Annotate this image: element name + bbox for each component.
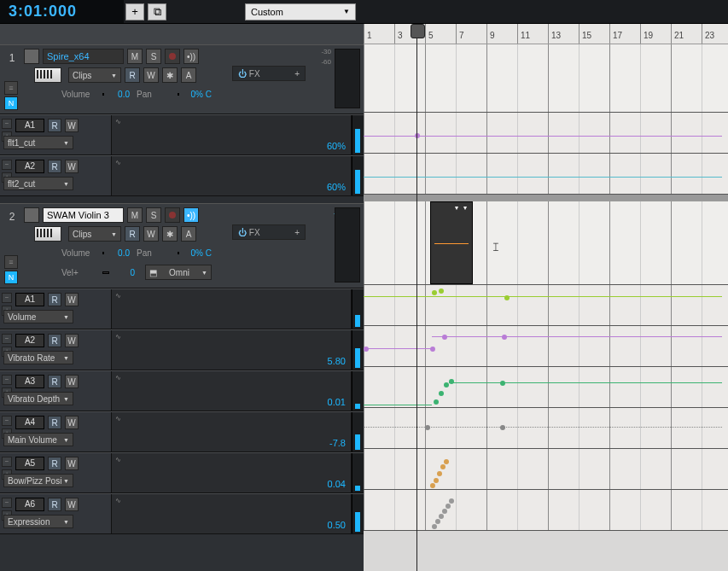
playhead[interactable] (416, 24, 417, 571)
clips-dropdown[interactable]: Clips▼ (68, 226, 121, 242)
read-button[interactable]: R (48, 119, 61, 132)
automation-lane-a6[interactable]: −+A6RWExpression▼∿0.50 (0, 493, 364, 534)
ruler-tick[interactable]: 23 (702, 24, 728, 44)
track-name-input[interactable]: SWAM Violin 3 (43, 207, 124, 223)
param-select[interactable]: flt1_cut▼ (3, 136, 73, 149)
param-select[interactable]: Volume▼ (3, 310, 73, 323)
write-button[interactable]: W (65, 416, 79, 429)
clip-row-track2[interactable]: 12096 7248 ▾ ▾ 𝙸 (364, 201, 728, 285)
time-display[interactable]: 3:01:000 (0, 0, 124, 23)
ruler-tick[interactable]: 21 (671, 24, 702, 44)
param-select[interactable]: Vibrato Rate▼ (3, 351, 73, 364)
write-button[interactable]: W (143, 226, 159, 242)
envelope-row-vibrato-rate[interactable] (364, 326, 728, 367)
automation-toggle[interactable]: N (4, 96, 18, 110)
duplicate-button[interactable]: ⧉ (148, 3, 166, 20)
envelope-row[interactable] (364, 154, 728, 195)
envelope-row-expression[interactable] (364, 490, 728, 531)
automation-lane-a5[interactable]: −+A5RWBow/Pizz Posi▼∿0.04 (0, 452, 364, 493)
ruler-tick[interactable]: 9 (486, 24, 517, 44)
add-button[interactable]: + (125, 3, 144, 20)
ruler-tick[interactable]: 1 (364, 24, 394, 44)
param-select[interactable]: Main Volume▼ (3, 433, 73, 446)
read-button[interactable]: R (48, 416, 61, 429)
read-button[interactable]: R (48, 375, 61, 388)
lane-id[interactable]: A1 (15, 119, 44, 132)
track-1[interactable]: 1 Spire_x64 M S •)) Clips▼ R W (0, 44, 364, 114)
ruler-tick[interactable]: 11 (517, 24, 548, 44)
ruler-tick[interactable]: 17 (609, 24, 640, 44)
mute-button[interactable]: M (127, 207, 143, 223)
lane-id[interactable]: A5 (15, 457, 44, 470)
volume-slider[interactable] (102, 93, 104, 96)
track-2[interactable]: 2 SWAM Violin 3 M S •)) Clips▼ R W (0, 203, 364, 288)
timeline-area[interactable]: 1357911131517192123 9672 12096 7248 ▾ ▾ (364, 24, 728, 571)
param-select[interactable]: flt2_cut▼ (3, 177, 73, 190)
clips-dropdown[interactable]: Clips▼ (68, 67, 121, 83)
automation-lane-a3[interactable]: −+A3RWVibrato Depth▼∿0.01 (0, 370, 364, 411)
mute-button[interactable]: M (127, 49, 143, 64)
envelope-row-bow-pizz[interactable] (364, 449, 728, 490)
write-button[interactable]: W (65, 119, 79, 132)
record-arm-button[interactable] (165, 49, 180, 64)
lane-id[interactable]: A3 (15, 375, 44, 388)
ruler-tick[interactable]: 7 (456, 24, 486, 44)
archive-button[interactable]: A (181, 226, 196, 242)
archive-button[interactable]: A (181, 67, 196, 83)
midi-clip[interactable]: ▾ ▾ (430, 201, 473, 284)
piano-icon[interactable] (34, 226, 61, 242)
ruler-tick[interactable]: 13 (548, 24, 579, 44)
envelope-row-volume[interactable]: +6-6 -18-72 (364, 285, 728, 326)
param-select[interactable]: Bow/Pizz Posi▼ (3, 474, 73, 487)
read-button[interactable]: R (48, 293, 61, 306)
pan-slider[interactable] (178, 93, 179, 96)
read-button[interactable]: R (48, 498, 61, 511)
velocity-slider[interactable] (102, 271, 109, 274)
display-mode-select[interactable]: Custom▼ (245, 3, 356, 20)
fx-slot[interactable]: FX+ (232, 66, 306, 81)
automation-lane-a2[interactable]: −+ A2 R W flt2_cut▼ ∿60% (0, 155, 364, 196)
read-button[interactable]: R (125, 67, 140, 83)
instrument-icon[interactable] (24, 49, 39, 64)
automation-toggle[interactable]: N (4, 271, 18, 284)
piano-icon[interactable] (34, 67, 61, 83)
lane-id[interactable]: A4 (15, 416, 44, 429)
write-button[interactable]: W (65, 160, 79, 173)
track-name-input[interactable]: Spire_x64 (43, 49, 124, 64)
read-button[interactable]: R (48, 334, 61, 347)
solo-button[interactable]: S (146, 207, 161, 223)
envelope-row[interactable] (364, 113, 728, 154)
ruler-tick[interactable]: 15 (579, 24, 609, 44)
lane-id[interactable]: A2 (15, 160, 44, 173)
expand-button[interactable]: ≡ (4, 255, 18, 269)
envelope-row-vibrato-depth[interactable] (364, 367, 728, 408)
write-button[interactable]: W (65, 293, 79, 306)
solo-button[interactable]: S (146, 49, 161, 64)
fx-slot[interactable]: FX+ (232, 224, 306, 240)
volume-slider[interactable] (102, 252, 104, 254)
envelope-row-main-volume[interactable] (364, 408, 728, 449)
automation-lane-a2[interactable]: −+A2RWVibrato Rate▼∿5.80 (0, 329, 364, 370)
write-button[interactable]: W (65, 334, 79, 347)
automation-lane-a1[interactable]: −+ A1 R W flt1_cut▼ ∿60% (0, 114, 364, 155)
record-arm-button[interactable] (165, 207, 180, 223)
lane-id[interactable]: A6 (15, 498, 44, 511)
instrument-icon[interactable] (24, 207, 39, 223)
monitor-button[interactable]: •)) (183, 207, 199, 223)
write-button[interactable]: W (65, 375, 79, 388)
write-button[interactable]: W (65, 498, 79, 511)
automation-lane-a4[interactable]: −+A4RWMain Volume▼∿-7.8 (0, 411, 364, 452)
read-button[interactable]: R (48, 160, 61, 173)
freeze-button[interactable]: ✱ (162, 226, 178, 242)
lane-id[interactable]: A2 (15, 334, 44, 347)
read-button[interactable]: R (48, 457, 61, 470)
read-button[interactable]: R (125, 226, 140, 242)
freeze-button[interactable]: ✱ (162, 67, 178, 83)
write-button[interactable]: W (65, 457, 79, 470)
param-select[interactable]: Vibrato Depth▼ (3, 392, 73, 405)
write-button[interactable]: W (143, 67, 159, 83)
ruler-tick[interactable]: 5 (425, 24, 456, 44)
input-channel-select[interactable]: ⬒ Omni▼ (145, 265, 212, 280)
clip-row-track1[interactable]: 9672 (364, 44, 728, 113)
pan-slider[interactable] (178, 252, 179, 254)
